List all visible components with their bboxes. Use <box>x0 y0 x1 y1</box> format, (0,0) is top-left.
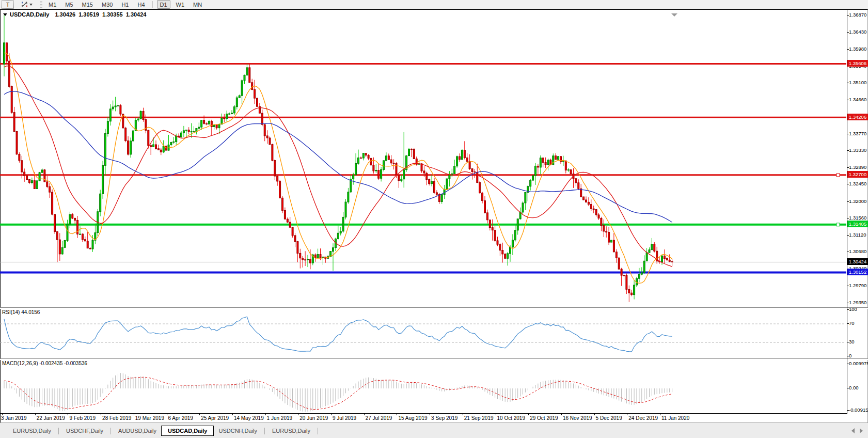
date-axis-tick <box>397 414 397 415</box>
date-axis-label: 20 Jun 2019 <box>299 415 328 421</box>
price-line-label: 1.32700 <box>847 171 868 178</box>
date-axis-tick <box>298 414 298 415</box>
macd-axis-label: -0.00915 <box>849 407 867 413</box>
price-axis-label: 1.33770 <box>849 131 867 137</box>
date-axis-label: 24 Dec 2019 <box>628 415 658 421</box>
rsi-axis-label: 0 <box>849 353 867 359</box>
price-line-label: 1.34206 <box>847 114 868 120</box>
timeframe-w1-button[interactable]: W1 <box>173 0 188 9</box>
date-axis-tick <box>594 414 595 415</box>
text-tool-button[interactable]: T <box>2 0 14 9</box>
date-axis-tick <box>35 414 36 415</box>
chart-symbol-period: USDCAD,Daily <box>10 11 49 18</box>
timeframe-m15-button[interactable]: M15 <box>79 0 96 9</box>
toolbar-separator <box>152 1 153 8</box>
main-chart-canvas[interactable] <box>0 10 847 307</box>
timeframe-h1-button[interactable]: H1 <box>118 0 132 9</box>
price-axis-label: 1.32890 <box>849 164 867 170</box>
price-axis-label: 1.36870 <box>849 12 867 18</box>
price-axis-label: 1.29350 <box>849 300 867 306</box>
date-axis-tick <box>68 414 68 415</box>
cycle-arrows-icon <box>21 1 28 8</box>
timeframe-m5-button[interactable]: M5 <box>62 0 76 9</box>
text-tool-label: T <box>6 2 10 8</box>
dropdown-caret-icon[interactable] <box>29 4 33 6</box>
price-axis-label: 1.30680 <box>849 248 867 255</box>
date-axis-tick <box>496 414 496 415</box>
tab-separator <box>264 428 265 434</box>
timeframe-d1-button[interactable]: D1 <box>157 0 170 9</box>
collapse-triangle-icon[interactable] <box>3 13 7 16</box>
date-axis-label: 15 Aug 2019 <box>398 415 427 421</box>
date-axis-label: 1 Jun 2019 <box>267 415 293 421</box>
timeframe-bar: M1M5M15M30H1H4D1W1MN <box>45 0 205 9</box>
date-axis-tick <box>463 414 463 415</box>
date-axis-tick <box>430 414 430 415</box>
price-line-label: 1.35606 <box>847 60 868 67</box>
price-line-label: 1.30424 <box>847 258 868 265</box>
tab-usdcad-daily[interactable]: USDCAD,Daily <box>161 426 214 436</box>
timeframe-h4-button[interactable]: H4 <box>134 0 148 9</box>
rsi-axis-label: 70 <box>849 320 867 326</box>
date-axis-label: 5 Dec 2019 <box>596 415 622 421</box>
price-line-label: 1.30152 <box>847 269 868 275</box>
date-axis-label: 9 Jul 2019 <box>333 415 356 421</box>
chart-tab-bar: EURUSD,DailyUSDCHF,DailyAUDUSD,DailyUSDC… <box>0 423 868 438</box>
date-axis-tick <box>561 414 562 415</box>
tab-separator <box>318 428 318 434</box>
timeframe-m30-button[interactable]: M30 <box>99 0 116 9</box>
tab-usdchf-daily[interactable]: USDCHF,Daily <box>61 426 108 435</box>
date-axis-label: 22 Jan 2019 <box>37 415 65 421</box>
tab-audusd-daily[interactable]: AUDUSD,Daily <box>114 426 161 435</box>
date-axis-tick <box>134 414 134 415</box>
date-axis-tick <box>364 414 365 415</box>
date-axis-tick <box>528 414 529 415</box>
timeframe-m1-button[interactable]: M1 <box>45 0 59 9</box>
rsi-axis-label: 30 <box>849 339 867 345</box>
ohlc-open: 1.30426 <box>55 11 75 18</box>
tab-usdcnh-daily[interactable]: USDCNH,Daily <box>214 426 262 435</box>
date-axis-label: 25 Apr 2019 <box>201 415 229 421</box>
tab-separator <box>58 428 59 434</box>
date-axis-label: 14 May 2019 <box>234 415 264 421</box>
price-axis-label: 1.31120 <box>849 232 867 238</box>
date-axis-tick <box>199 414 200 415</box>
price-axis-label: 1.32450 <box>849 181 867 187</box>
date-axis-label: 19 Mar 2019 <box>135 415 164 421</box>
price-axis-label: 1.35980 <box>849 46 867 52</box>
price-axis-label: 1.29790 <box>849 283 867 289</box>
date-axis-label: 3 Jan 2019 <box>1 415 27 421</box>
ohlc-low: 1.30355 <box>102 11 123 18</box>
tab-scroll-left-button[interactable] <box>851 428 855 433</box>
macd-canvas[interactable] <box>0 359 847 413</box>
date-axis-tick <box>265 414 266 415</box>
chart-tabs: EURUSD,DailyUSDCHF,DailyAUDUSD,DailyUSDC… <box>8 425 321 436</box>
chart-title: USDCAD,Daily 1.30426 1.30519 1.30355 1.3… <box>3 11 146 18</box>
price-axis-label: 1.33330 <box>849 147 867 153</box>
date-axis-label: 28 Feb 2019 <box>102 415 131 421</box>
date-axis-tick <box>232 414 233 415</box>
date-axis-label: 10 Oct 2019 <box>497 415 525 421</box>
tab-scroll-right-button[interactable] <box>860 428 863 433</box>
toolbar-grip <box>40 1 42 8</box>
date-axis-tick <box>331 414 332 415</box>
date-axis-tick <box>660 414 660 415</box>
rsi-canvas[interactable] <box>0 308 847 358</box>
tab-separator <box>111 428 111 434</box>
metatrader-terminal: T M1M5M15M30H1H4D1W1MN USDCAD,Daily 1.30… <box>0 0 868 438</box>
price-axis-label: 1.36430 <box>849 29 867 35</box>
date-axis-tick <box>101 414 101 415</box>
timeframe-mn-button[interactable]: MN <box>190 0 205 9</box>
toolbar: T M1M5M15M30H1H4D1W1MN <box>0 0 868 9</box>
tab-eurusd-daily[interactable]: EURUSD,Daily <box>267 426 315 435</box>
date-axis-label: 3 Sep 2019 <box>431 415 457 421</box>
macd-axis-label: 0.00 <box>849 385 867 391</box>
tab-eurusd-daily[interactable]: EURUSD,Daily <box>8 426 56 435</box>
macd-axis-label: 0.009975 <box>849 361 867 367</box>
date-axis-label: 29 Oct 2019 <box>530 415 558 421</box>
cycle-symbols-button[interactable] <box>18 0 36 9</box>
ohlc-close: 1.30424 <box>126 11 147 18</box>
date-axis-tick <box>167 414 167 415</box>
date-axis-label: 6 Apr 2019 <box>168 415 193 421</box>
rsi-indicator-label: RSI(14) 44.0156 <box>2 309 40 315</box>
